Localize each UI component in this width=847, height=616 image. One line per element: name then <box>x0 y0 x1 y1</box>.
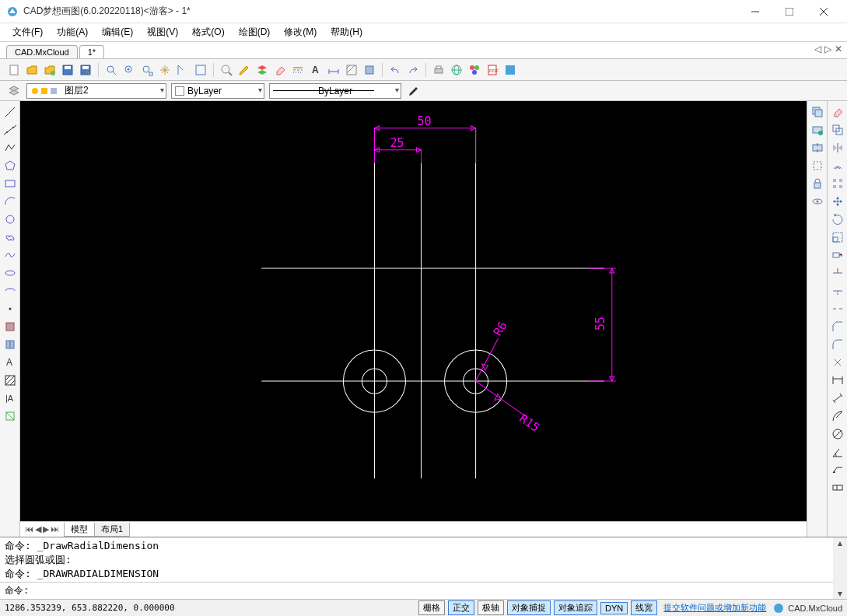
point-icon[interactable] <box>2 301 18 317</box>
arc-icon[interactable] <box>2 194 18 209</box>
toggle-ortho[interactable]: 正交 <box>448 600 474 615</box>
redo-icon[interactable] <box>405 62 421 78</box>
new-icon[interactable] <box>6 62 22 78</box>
close-button[interactable] <box>807 1 841 23</box>
rectangle-icon[interactable] <box>2 176 18 191</box>
tab-model[interactable]: 模型 <box>64 523 95 537</box>
pencil-icon[interactable] <box>236 62 252 78</box>
erase2-icon[interactable] <box>830 104 845 120</box>
prev-icon[interactable]: ◀ <box>35 524 41 534</box>
xline-icon[interactable] <box>2 122 18 138</box>
app-icon2[interactable] <box>502 62 518 78</box>
menu-help[interactable]: 帮助(H) <box>326 24 367 40</box>
textstyle-icon[interactable]: A <box>308 62 324 78</box>
linetype-icon[interactable] <box>290 62 306 78</box>
zoom-in-icon[interactable] <box>121 62 137 78</box>
rotate-icon[interactable] <box>830 212 845 227</box>
drawing-canvas[interactable]: 50 25 55 R6 R15 <box>20 101 807 521</box>
ellipse-icon[interactable] <box>2 265 18 281</box>
layer-copy-icon[interactable] <box>810 104 825 120</box>
copy2-icon[interactable] <box>830 122 845 138</box>
linetype-edit-icon[interactable] <box>406 83 422 99</box>
layer-state-icon[interactable] <box>810 122 825 138</box>
zoom-window-icon[interactable] <box>103 62 119 78</box>
layer-combo[interactable]: 图层2 ▾ <box>26 83 166 99</box>
dim-aligned-icon[interactable] <box>830 390 845 406</box>
magnify-icon[interactable] <box>219 62 234 78</box>
hatch-icon[interactable] <box>344 62 359 78</box>
move-icon[interactable] <box>830 194 845 209</box>
save-icon[interactable] <box>60 62 75 78</box>
explode-icon[interactable] <box>830 355 845 370</box>
dim-linear-icon[interactable] <box>830 373 845 388</box>
layers-icon[interactable] <box>254 62 270 78</box>
menu-file[interactable]: 文件(F) <box>8 24 47 40</box>
array-icon[interactable] <box>830 176 845 191</box>
tab-prev-icon[interactable]: ◁ <box>814 44 821 54</box>
leader-icon[interactable] <box>830 462 845 478</box>
toggle-grid[interactable]: 栅格 <box>418 600 445 615</box>
scale-icon[interactable] <box>830 229 845 245</box>
dim-diameter-icon[interactable] <box>830 426 845 442</box>
menu-edit[interactable]: 编辑(E) <box>97 24 138 40</box>
zoom-all-icon[interactable] <box>193 62 208 78</box>
next-icon[interactable]: ▶ <box>43 524 49 534</box>
trim-icon[interactable] <box>830 265 845 281</box>
offset-icon[interactable] <box>830 158 845 173</box>
tab-layout1[interactable]: 布局1 <box>94 523 130 537</box>
mtext-icon[interactable]: A <box>2 355 18 370</box>
toggle-dyn[interactable]: DYN <box>600 602 628 614</box>
linetype-combo[interactable]: ByLayer ▾ <box>269 83 401 99</box>
revcloud-icon[interactable] <box>2 229 18 245</box>
menu-view[interactable]: 视图(V) <box>142 24 183 40</box>
aligntext-icon[interactable]: |A <box>2 390 18 406</box>
toggle-lineweight[interactable]: 线宽 <box>631 600 657 615</box>
layer-eye-icon[interactable] <box>810 194 825 209</box>
hatch2-icon[interactable] <box>2 373 18 388</box>
circle-icon[interactable] <box>2 212 18 227</box>
layer-manager-icon[interactable] <box>6 83 22 99</box>
menu-modify[interactable]: 修改(M) <box>279 24 321 40</box>
chamfer-icon[interactable] <box>830 319 845 334</box>
minimize-button[interactable] <box>738 1 772 23</box>
fillet-icon[interactable] <box>830 337 845 352</box>
break-icon[interactable] <box>830 301 845 317</box>
layer-iso-icon[interactable] <box>810 140 825 156</box>
toggle-polar[interactable]: 极轴 <box>478 600 504 615</box>
open-icon[interactable] <box>24 62 40 78</box>
saveas-icon[interactable] <box>78 62 93 78</box>
globe-icon[interactable] <box>449 62 464 78</box>
line-icon[interactable] <box>2 104 18 120</box>
polyline-icon[interactable] <box>2 140 18 156</box>
layer-lock-icon[interactable] <box>810 176 825 191</box>
zoom-extents-icon[interactable] <box>139 62 155 78</box>
erase-icon[interactable] <box>272 62 288 78</box>
tab-next-icon[interactable]: ▷ <box>824 44 831 54</box>
dim-radius-icon[interactable] <box>830 408 845 424</box>
stretch-icon[interactable] <box>830 247 845 263</box>
maximize-button[interactable] <box>772 1 807 23</box>
ellipsearc-icon[interactable] <box>2 283 18 299</box>
toggle-otrack[interactable]: 对象追踪 <box>554 600 597 615</box>
insert-icon[interactable] <box>2 319 18 334</box>
extend-icon[interactable] <box>830 283 845 299</box>
menu-function[interactable]: 功能(A) <box>52 24 93 40</box>
layer-freeze-icon[interactable] <box>810 158 825 173</box>
tab-mxcloud[interactable]: CAD.MxCloud <box>6 45 78 58</box>
command-scrollbar[interactable]: ▴▾ <box>833 537 847 599</box>
menu-format[interactable]: 格式(O) <box>187 24 229 40</box>
pdf-icon[interactable]: PDF <box>485 62 500 78</box>
tolerance-icon[interactable] <box>830 480 845 495</box>
print-icon[interactable] <box>431 62 446 78</box>
pan-icon[interactable] <box>157 62 173 78</box>
spline-icon[interactable] <box>2 247 18 263</box>
dim-angular-icon[interactable] <box>830 444 845 460</box>
open2-icon[interactable] <box>42 62 58 78</box>
toggle-osnap[interactable]: 对象捕捉 <box>507 600 551 615</box>
undo-icon[interactable] <box>387 62 403 78</box>
makeblock-icon[interactable] <box>2 337 18 352</box>
feedback-link[interactable]: 提交软件问题或增加新功能 <box>660 602 769 614</box>
tab-drawing1[interactable]: 1* <box>79 45 104 58</box>
cloud-badge[interactable]: CAD.MxCloud <box>772 602 842 614</box>
color-combo[interactable]: ByLayer ▾ <box>171 83 264 99</box>
